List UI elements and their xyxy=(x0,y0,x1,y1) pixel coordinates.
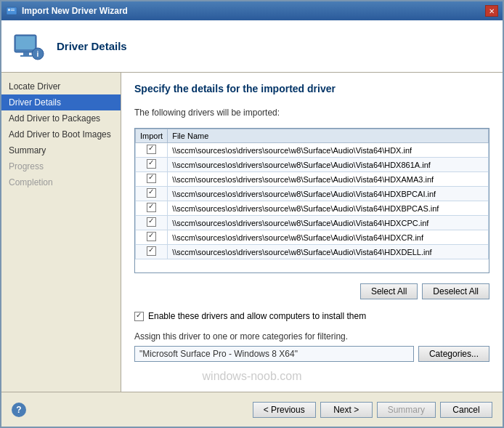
filename-cell: \\sccm\sources\os\drivers\source\w8\Surf… xyxy=(168,216,489,230)
categories-row: Assign this driver to one or more catego… xyxy=(134,331,489,362)
svg-rect-6 xyxy=(23,52,29,55)
close-button[interactable]: ✕ xyxy=(485,5,498,17)
enable-checkbox[interactable] xyxy=(134,312,144,321)
import-cell[interactable] xyxy=(136,172,168,187)
import-cell[interactable] xyxy=(136,245,168,259)
enable-label: Enable these drivers and allow computers… xyxy=(148,311,366,321)
svg-rect-5 xyxy=(16,36,35,49)
import-checkbox[interactable] xyxy=(147,246,156,256)
filename-cell: \\sccm\sources\os\drivers\source\w8\Surf… xyxy=(168,143,489,158)
import-cell[interactable] xyxy=(136,230,168,245)
import-cell[interactable] xyxy=(136,143,168,158)
sidebar-item-completion: Completion xyxy=(1,174,121,190)
table-row: \\sccm\sources\os\drivers\source\w8\Surf… xyxy=(136,245,489,259)
import-checkbox[interactable] xyxy=(147,188,156,198)
filename-cell: \\sccm\sources\os\drivers\source\w8\Surf… xyxy=(168,187,489,201)
svg-rect-1 xyxy=(8,9,10,11)
import-checkbox[interactable] xyxy=(147,174,156,183)
summary-button[interactable]: Summary xyxy=(377,402,436,418)
filename-cell: \\sccm\sources\os\drivers\source\w8\Surf… xyxy=(168,201,489,216)
import-cell[interactable] xyxy=(136,216,168,230)
import-checkbox[interactable] xyxy=(147,217,156,227)
deselect-all-button[interactable]: Deselect All xyxy=(422,283,489,299)
table-row: \\sccm\sources\os\drivers\source\w8\Surf… xyxy=(136,201,489,216)
filename-cell: \\sccm\sources\os\drivers\source\w8\Surf… xyxy=(168,245,489,259)
main-panel: Specify the details for the imported dri… xyxy=(121,73,503,392)
svg-text:i: i xyxy=(37,50,39,58)
filename-cell: \\sccm\sources\os\drivers\source\w8\Surf… xyxy=(168,230,489,245)
table-action-row: Select All Deselect All xyxy=(134,283,489,299)
cancel-button[interactable]: Cancel xyxy=(440,402,492,418)
sidebar-item-progress: Progress xyxy=(1,158,121,174)
sidebar-item-locate-driver[interactable]: Locate Driver xyxy=(1,78,121,94)
header-icon: i xyxy=(12,29,46,64)
svg-rect-3 xyxy=(11,10,15,11)
sidebar-item-driver-details[interactable]: Driver Details xyxy=(1,94,121,110)
import-checkbox[interactable] xyxy=(147,232,156,241)
select-all-button[interactable]: Select All xyxy=(360,283,418,299)
table-row: \\sccm\sources\os\drivers\source\w8\Surf… xyxy=(136,158,489,172)
next-button[interactable]: Next > xyxy=(320,402,373,418)
table-row: \\sccm\sources\os\drivers\source\w8\Surf… xyxy=(136,216,489,230)
sidebar-item-summary[interactable]: Summary xyxy=(1,142,121,158)
enable-row: Enable these drivers and allow computers… xyxy=(134,311,489,321)
import-cell[interactable] xyxy=(136,187,168,201)
table-row: \\sccm\sources\os\drivers\source\w8\Surf… xyxy=(136,230,489,245)
import-checkbox[interactable] xyxy=(147,203,156,212)
svg-rect-2 xyxy=(11,9,15,9)
col-header-filename: File Name xyxy=(168,129,489,143)
previous-button[interactable]: < Previous xyxy=(253,402,316,418)
section-label: The following drivers will be imported: xyxy=(134,108,489,118)
categories-button[interactable]: Categories... xyxy=(418,346,489,362)
table-row: \\sccm\sources\os\drivers\source\w8\Surf… xyxy=(136,143,489,158)
footer: ? < Previous Next > Summary Cancel xyxy=(1,392,503,427)
import-checkbox[interactable] xyxy=(147,159,156,169)
header-area: i Driver Details xyxy=(1,20,503,73)
filename-cell: \\sccm\sources\os\drivers\source\w8\Surf… xyxy=(168,158,489,172)
window-title: Import New Driver Wizard xyxy=(22,6,128,16)
main-title: Specify the details for the imported dri… xyxy=(134,83,489,94)
categories-input[interactable]: "Microsoft Surface Pro - Windows 8 X64" xyxy=(134,346,414,362)
driver-table: Import File Name \\sccm\sources\os\drive… xyxy=(135,129,489,259)
sidebar-item-add-boot-images[interactable]: Add Driver to Boot Images xyxy=(1,126,121,142)
wizard-icon xyxy=(6,5,17,17)
svg-rect-7 xyxy=(20,55,32,57)
driver-table-container[interactable]: Import File Name \\sccm\sources\os\drive… xyxy=(134,128,489,273)
title-bar: Import New Driver Wizard ✕ xyxy=(1,1,503,20)
sidebar-item-add-to-packages[interactable]: Add Driver to Packages xyxy=(1,110,121,126)
help-icon[interactable]: ? xyxy=(12,403,26,417)
col-header-import: Import xyxy=(136,129,168,143)
import-cell[interactable] xyxy=(136,201,168,216)
table-row: \\sccm\sources\os\drivers\source\w8\Surf… xyxy=(136,187,489,201)
table-row: \\sccm\sources\os\drivers\source\w8\Surf… xyxy=(136,172,489,187)
header-title: Driver Details xyxy=(57,40,127,52)
sidebar: Locate Driver Driver Details Add Driver … xyxy=(1,73,121,392)
categories-label: Assign this driver to one or more catego… xyxy=(134,331,489,342)
filename-cell: \\sccm\sources\os\drivers\source\w8\Surf… xyxy=(168,172,489,187)
import-cell[interactable] xyxy=(136,158,168,172)
import-checkbox[interactable] xyxy=(147,145,156,154)
